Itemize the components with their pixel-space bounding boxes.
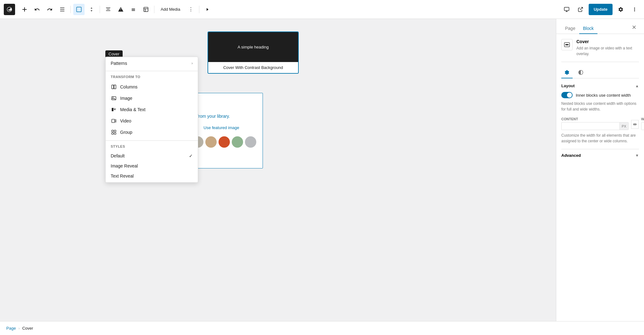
video-icon [111,118,117,124]
wide-width-group: WIDE PX [641,117,644,130]
warning-button[interactable] [115,4,126,15]
block-info-text: Cover Add an image or video with a text … [576,39,639,57]
featured-image-button[interactable]: Use featured image [200,122,243,133]
cover-block-icon [564,42,570,48]
color-swatch-orange[interactable] [219,136,230,148]
update-button[interactable]: Update [589,4,613,15]
transform-section: Columns Image Media & Text [106,80,198,139]
svg-rect-6 [112,108,113,111]
pattern-preview-heading: A simple heading [237,45,269,49]
panel-tabs: Page Block ✕ [556,19,644,34]
svg-rect-4 [114,85,116,89]
transform-image[interactable]: Image [106,93,198,104]
toolbar-divider-4 [199,6,199,13]
svg-rect-10 [112,119,114,123]
style-text-reveal[interactable]: Text Reveal [106,171,198,181]
group-icon [111,129,117,135]
media-text-icon [111,106,117,113]
panel-content: Cover Add an image or video with a text … [556,34,644,321]
undo-button[interactable] [31,4,43,15]
wide-width-input[interactable] [641,122,644,130]
content-width-input[interactable] [562,122,619,130]
move-updown-button[interactable] [86,4,97,15]
layout-section-title[interactable]: Layout ▲ [561,83,639,88]
style-default-label: Default [111,153,186,158]
transform-video[interactable]: Video [106,115,198,127]
style-tab-settings[interactable] [561,67,573,78]
align-button[interactable] [103,4,114,15]
dropdown-divider-2 [106,140,198,141]
media-text-label: Media & Text [120,107,193,112]
advanced-chevron-icon: ▼ [635,153,639,158]
width-link-button[interactable] [631,120,639,129]
transform-media-text[interactable]: Media & Text [106,104,198,115]
panel-style-tabs [561,67,639,78]
more-options-button[interactable]: ⋮ [185,4,197,15]
pattern-card-label: Cover With Contrast Background [208,62,298,73]
add-block-button[interactable] [19,4,30,15]
redo-button[interactable] [44,4,55,15]
color-swatch-light-gray2[interactable] [245,136,256,148]
breadcrumb-separator: › [18,326,19,331]
tab-block[interactable]: Block [579,23,597,34]
video-label: Video [120,118,193,123]
right-panel: Page Block ✕ Cover Add an image or video… [556,19,644,321]
patterns-label: Patterns [111,61,188,66]
svg-rect-0 [77,7,81,12]
content-width-group: CONTENT PX [561,117,629,130]
settings-icon [564,70,570,75]
content-width-unit: PX [619,122,628,130]
panel-close-button[interactable]: ✕ [629,22,639,32]
style-image-reveal-label: Image Reveal [111,163,193,168]
wp-logo[interactable] [4,4,15,15]
svg-rect-16 [565,44,569,45]
block-icon-box [561,39,573,50]
advanced-label: Advanced [561,153,581,158]
block-info: Cover Add an image or video with a text … [561,39,639,62]
toggle-label-text: Inner blocks use content width [576,93,631,98]
content-width-label: CONTENT [561,117,629,121]
resize-button[interactable] [140,4,152,15]
collapse-button[interactable] [202,4,213,15]
width-description: Customize the width for all elements tha… [561,133,639,144]
pattern-preview-area: A simple heading Cover With Contrast Bac… [208,31,299,74]
toolbar-divider-3 [154,6,154,13]
color-swatch-sand[interactable] [205,136,217,148]
external-button[interactable] [575,4,586,15]
svg-rect-8 [114,109,116,109]
more-tools-button[interactable] [629,4,640,15]
list-view-button[interactable] [57,4,68,15]
style-tab-contrast[interactable] [575,67,586,78]
advanced-section[interactable]: Advanced ▼ [561,149,639,162]
transform-group[interactable]: Group [106,127,198,138]
patterns-item[interactable]: Patterns › [106,58,198,68]
svg-rect-12 [114,130,116,132]
group-label: Group [120,130,193,135]
settings-button[interactable] [615,4,626,15]
drag-button[interactable] [128,4,139,15]
breadcrumb-cover: Cover [22,326,33,331]
wide-width-input-row: PX [641,122,644,130]
image-label: Image [120,96,193,101]
style-default[interactable]: Default ✓ [106,151,198,161]
width-link-btn-wrapper [631,117,639,129]
main-layout: Cover Patterns › TRANSFORM TO [0,19,644,321]
dropdown-divider-1 [106,71,198,71]
style-image-reveal[interactable]: Image Reveal [106,161,198,171]
style-default-check-icon: ✓ [189,153,193,158]
breadcrumb-page[interactable]: Page [6,326,16,331]
block-type-button[interactable] [73,4,85,15]
tab-page[interactable]: Page [561,23,579,34]
svg-rect-14 [114,133,116,134]
add-media-button[interactable]: Add Media [157,4,184,15]
color-swatch-green[interactable] [232,136,243,148]
inner-blocks-toggle[interactable] [561,92,573,98]
style-text-reveal-label: Text Reveal [111,173,193,179]
svg-rect-7 [114,108,114,108]
view-button[interactable] [561,4,572,15]
transform-columns[interactable]: Columns [106,81,198,93]
block-name-label: Cover [576,39,639,44]
styles-section-label: STYLES [106,142,198,150]
breadcrumb: Page › Cover [0,321,644,335]
dropdown-menu: Patterns › TRANSFORM TO Columns [105,57,198,183]
